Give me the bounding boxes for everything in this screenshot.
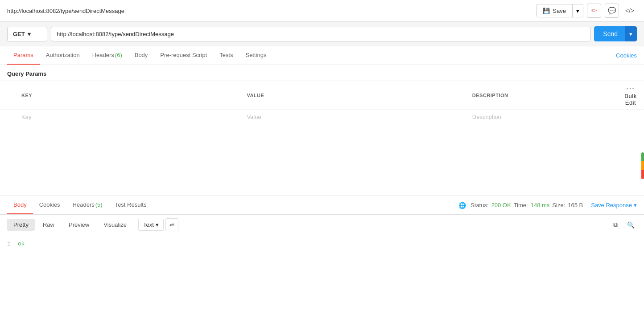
send-button[interactable]: Send bbox=[594, 26, 627, 41]
tab-params[interactable]: Params bbox=[7, 46, 40, 65]
response-meta: 🌐 Status: 200 OK Time: 148 ms Size: 165 … bbox=[458, 202, 637, 209]
copy-button[interactable]: ⧉ bbox=[609, 219, 622, 231]
pencil-icon: ✏ bbox=[591, 7, 597, 15]
bulk-edit-link[interactable]: Bulk Edit bbox=[624, 93, 636, 106]
save-icon: 💾 bbox=[543, 8, 550, 14]
page-title: http://localhost:8082/type/sendDirectMes… bbox=[7, 8, 124, 14]
code-icon: </> bbox=[625, 7, 634, 14]
chat-icon: 💬 bbox=[608, 7, 616, 15]
top-bar-actions: 💾 Save ▾ ✏ 💬 </> bbox=[536, 4, 637, 18]
save-btn-group: 💾 Save ▾ bbox=[536, 4, 583, 17]
format-select[interactable]: Text ▾ bbox=[138, 219, 164, 231]
tab-prerequest[interactable]: Pre-request Script bbox=[154, 46, 213, 65]
line-number-1: 1 bbox=[7, 241, 11, 247]
save-response-chevron-icon: ▾ bbox=[634, 202, 637, 208]
col-key-header: KEY bbox=[16, 81, 241, 110]
sub-tabs-row: Pretty Raw Preview Visualize Text ▾ ⇌ ⧉ … bbox=[0, 215, 644, 235]
sub-tab-raw[interactable]: Raw bbox=[37, 219, 61, 231]
status-value: 200 OK bbox=[491, 202, 511, 208]
save-response-button[interactable]: Save Response ▾ bbox=[586, 202, 637, 208]
row-actions-cell bbox=[617, 110, 644, 124]
url-input[interactable] bbox=[51, 27, 590, 41]
response-tabs-left: Body Cookies Headers(5) Test Results bbox=[7, 196, 153, 214]
wrap-icon: ⇌ bbox=[169, 221, 174, 228]
save-button[interactable]: 💾 Save bbox=[537, 5, 572, 17]
col-value-header: VALUE bbox=[241, 81, 466, 110]
tab-headers[interactable]: Headers(6) bbox=[86, 46, 128, 65]
chat-button[interactable]: 💬 bbox=[605, 4, 619, 18]
row-key-cell[interactable]: Key bbox=[16, 110, 241, 124]
response-tab-test-results[interactable]: Test Results bbox=[109, 196, 153, 214]
size-value: 165 B bbox=[568, 202, 583, 208]
spacer bbox=[0, 124, 644, 196]
col-desc-header: DESCRIPTION bbox=[467, 81, 617, 110]
globe-icon: 🌐 bbox=[458, 202, 466, 209]
url-bar: GET ▾ Send ▾ bbox=[0, 22, 644, 46]
wrap-button[interactable]: ⇌ bbox=[165, 218, 178, 231]
format-chevron-icon: ▾ bbox=[156, 221, 159, 228]
send-chevron-icon: ▾ bbox=[629, 31, 632, 37]
chevron-down-icon: ▾ bbox=[576, 8, 579, 14]
method-label: GET bbox=[13, 31, 25, 37]
response-tab-body[interactable]: Body bbox=[7, 196, 33, 214]
response-tabs-row: Body Cookies Headers(5) Test Results 🌐 S… bbox=[0, 196, 644, 215]
response-body: 1ok bbox=[0, 235, 644, 253]
query-params-section: Query Params bbox=[0, 65, 644, 77]
cookies-link[interactable]: Cookies bbox=[616, 47, 637, 64]
code-button[interactable]: </> bbox=[623, 4, 637, 18]
time-value: 148 ms bbox=[531, 202, 550, 208]
copy-icon: ⧉ bbox=[613, 221, 618, 229]
col-checkbox-header bbox=[0, 81, 16, 110]
query-params-title: Query Params bbox=[7, 70, 637, 77]
response-tab-headers[interactable]: Headers(5) bbox=[66, 196, 109, 214]
tab-authorization[interactable]: Authorization bbox=[40, 46, 86, 65]
response-tab-cookies[interactable]: Cookies bbox=[33, 196, 66, 214]
method-chevron-icon: ▾ bbox=[28, 31, 31, 37]
sub-tab-pretty[interactable]: Pretty bbox=[7, 219, 35, 231]
sub-tab-visualize[interactable]: Visualize bbox=[97, 219, 133, 231]
col-actions-header: ··· Bulk Edit bbox=[617, 81, 644, 110]
params-table: KEY VALUE DESCRIPTION ··· Bulk Edit Key … bbox=[0, 81, 644, 124]
scrollbar-indicator[interactable] bbox=[641, 152, 644, 179]
table-row: Key Value Description bbox=[0, 110, 644, 124]
method-select[interactable]: GET ▾ bbox=[7, 27, 47, 41]
send-group: Send ▾ bbox=[594, 26, 637, 41]
tab-tests[interactable]: Tests bbox=[213, 46, 239, 65]
response-ok-text: ok bbox=[18, 241, 25, 247]
top-bar: http://localhost:8082/type/sendDirectMes… bbox=[0, 0, 644, 22]
pencil-button[interactable]: ✏ bbox=[587, 4, 601, 18]
search-icon: 🔍 bbox=[627, 221, 635, 229]
row-checkbox-cell bbox=[0, 110, 16, 124]
sub-tab-preview[interactable]: Preview bbox=[62, 219, 95, 231]
tab-body[interactable]: Body bbox=[128, 46, 154, 65]
three-dots-icon: ··· bbox=[626, 85, 635, 92]
send-chevron-button[interactable]: ▾ bbox=[625, 26, 637, 41]
row-value-cell[interactable]: Value bbox=[241, 110, 466, 124]
request-tabs-left: Params Authorization Headers(6) Body Pre… bbox=[7, 46, 272, 65]
save-chevron-button[interactable]: ▾ bbox=[573, 5, 583, 17]
sub-tabs-right: ⧉ 🔍 bbox=[609, 219, 637, 231]
tab-settings[interactable]: Settings bbox=[239, 46, 272, 65]
request-tabs-row: Params Authorization Headers(6) Body Pre… bbox=[0, 46, 644, 65]
row-desc-cell[interactable]: Description bbox=[467, 110, 617, 124]
search-button[interactable]: 🔍 bbox=[624, 219, 637, 231]
